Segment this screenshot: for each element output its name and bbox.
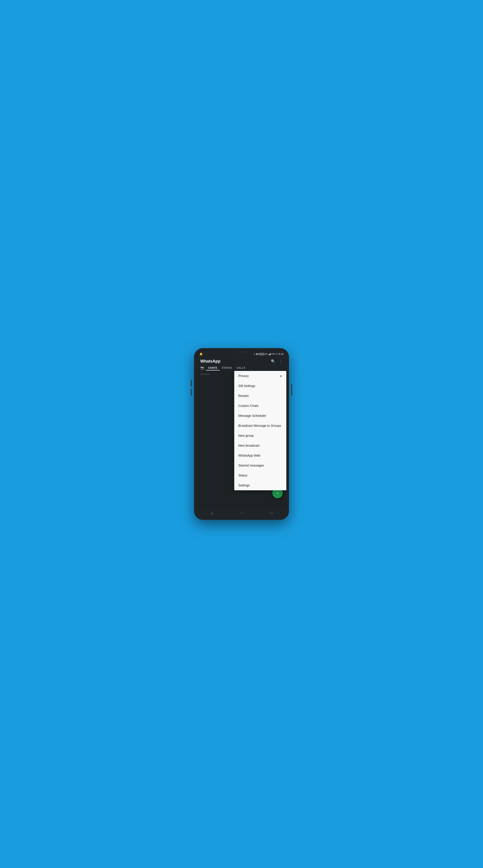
app-header: WhatsApp 🔍 ⋮ 📷 CHATS STATUS CALLS [197, 357, 286, 371]
tabs-row: 📷 CHATS STATUS CALLS [200, 365, 283, 371]
menu-item-broadcast-groups-label: Broadcast Message to Groups [238, 424, 281, 428]
menu-item-whatsapp-web-label: WhatsApp Web [238, 454, 260, 457]
menu-item-starred-label: Starred messages [238, 464, 264, 467]
menu-item-settings[interactable]: Settings [234, 480, 286, 490]
menu-item-privacy-label: Privacy [238, 374, 249, 378]
power-button[interactable] [291, 384, 292, 396]
front-camera [240, 351, 243, 353]
clock: 5:14 [279, 352, 284, 355]
tab-calls[interactable]: CALLS [234, 365, 248, 370]
battery-pct: 72% [272, 353, 276, 355]
phone-notch [228, 351, 255, 355]
notification-icon: 🔔 [199, 352, 203, 355]
sensor-dot [245, 352, 246, 353]
menu-item-message-scheduler-label: Message Scheduler [238, 414, 266, 417]
more-icon[interactable]: ⋮ [279, 359, 283, 364]
status-left: 🔔 [199, 352, 203, 355]
app-title: WhatsApp [200, 359, 221, 364]
dropdown-menu: Privacy ▶ GB Settings Restart Custom Cha… [234, 371, 286, 490]
menu-item-custom-chats[interactable]: Custom Chats [234, 401, 286, 411]
home-button[interactable]: ○ [241, 511, 243, 515]
4g-icon: 4G [265, 353, 268, 355]
recents-button[interactable]: □ [271, 511, 272, 515]
menu-item-new-broadcast-label: New broadcast [238, 444, 259, 447]
menu-item-status-label: Status [238, 473, 247, 477]
camera-tab-icon[interactable]: 📷 [200, 365, 206, 371]
vol-up-button[interactable] [191, 380, 192, 386]
menu-item-gb-settings[interactable]: GB Settings [234, 381, 286, 391]
vibrate-icon: ▣ [256, 353, 258, 355]
tab-status[interactable]: STATUS [220, 365, 234, 370]
phone-screen: 🔔 27.2 K/s ⊕ ▣ VoLTE 4G 72% ↻ 5:14 [197, 351, 286, 517]
menu-item-new-broadcast[interactable]: New broadcast [234, 440, 286, 451]
menu-item-settings-label: Settings [238, 484, 250, 487]
back-button[interactable]: ◁ [210, 511, 213, 515]
signal-bars [268, 353, 271, 355]
bottom-nav: ◁ ○ □ [197, 509, 286, 517]
menu-item-broadcast-groups[interactable]: Broadcast Message to Groups [234, 421, 286, 431]
menu-item-status[interactable]: Status [234, 470, 286, 480]
menu-item-starred[interactable]: Starred messages [234, 460, 286, 470]
menu-item-privacy[interactable]: Privacy ▶ [234, 371, 286, 381]
main-content: Archived Privacy ▶ GB Settings Restart C… [197, 371, 286, 509]
search-icon[interactable]: 🔍 [271, 359, 276, 364]
menu-item-message-scheduler[interactable]: Message Scheduler [234, 411, 286, 421]
menu-item-new-group-label: New group [238, 434, 254, 437]
menu-item-whatsapp-web[interactable]: WhatsApp Web [234, 451, 286, 460]
menu-item-new-group[interactable]: New group [234, 431, 286, 440]
tab-chats[interactable]: CHATS [206, 365, 220, 370]
menu-item-restart-label: Restart [238, 394, 249, 398]
title-row: WhatsApp 🔍 ⋮ [200, 359, 283, 365]
phone-frame: 🔔 27.2 K/s ⊕ ▣ VoLTE 4G 72% ↻ 5:14 [194, 348, 289, 520]
sync-icon: ↻ [276, 353, 278, 355]
menu-item-custom-chats-label: Custom Chats [238, 404, 258, 408]
menu-item-restart[interactable]: Restart [234, 391, 286, 401]
volte-badge: VoLTE [259, 353, 264, 355]
privacy-arrow-icon: ▶ [280, 374, 282, 377]
header-icons: 🔍 ⋮ [271, 359, 283, 364]
vol-down-button[interactable] [191, 389, 192, 396]
speaker-dot [237, 352, 238, 353]
menu-item-gb-settings-label: GB Settings [238, 384, 255, 388]
